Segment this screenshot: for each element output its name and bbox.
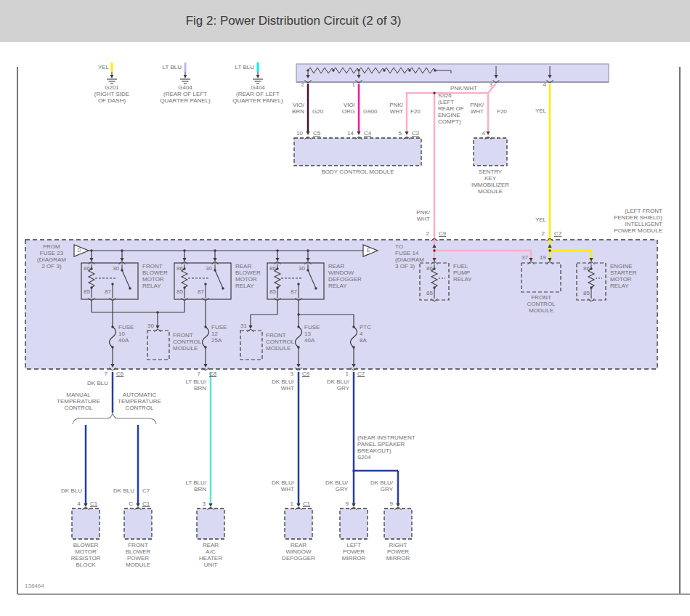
wire-color-label: VIO/ BRN	[283, 102, 304, 115]
connector-id-label: C8	[209, 370, 227, 377]
connector-id-label: C9	[302, 370, 320, 377]
pin-number-label: 7	[182, 370, 200, 377]
sentry-key-immobilizer-box	[474, 138, 507, 166]
wire-color-label: DK BLU/ GRY	[362, 479, 393, 493]
ground-symbol-g404-a	[180, 62, 190, 84]
wire-color-label: DK BLU/ GRY	[317, 479, 348, 493]
wire-color-label: YEL	[524, 216, 546, 223]
splice-label: (NEAR INSTRUMENT PANEL SPEAKER BREAKOUT)…	[357, 434, 420, 461]
temp-control-label: AUTOMATIC TEMPERATURE CONTROL	[105, 392, 174, 411]
component-name-label: FRONT CONTROL MODULE	[516, 294, 566, 314]
wire-color-label: LT BLU/ BRN	[176, 378, 206, 392]
relay-terminal-label: 86	[173, 265, 183, 272]
component-name-label: FRONT CONTROL MODULE	[173, 332, 214, 352]
top-power-module-box	[296, 64, 609, 82]
relay-terminal-label: 30	[109, 265, 119, 272]
relay-terminal-label: 86	[580, 265, 590, 272]
pin-number-label: 1	[345, 81, 355, 88]
body-control-module-box	[294, 138, 421, 166]
component-name-label: FUEL PUMP RELAY	[453, 263, 485, 283]
from-fuse-label: FROM FUSE 23 (DIAGRAM 2 OF 3)	[29, 243, 74, 270]
component-name-label: BLOWER MOTOR RESISTOR BLOCK	[57, 542, 114, 568]
circuit-id-label: F20	[497, 108, 519, 115]
circuit-id-label: F20	[410, 108, 432, 115]
connector-id-label: C4	[364, 130, 382, 137]
wire-color-label: PNK/ WHT	[407, 209, 430, 222]
connector-id-label: C7	[142, 487, 161, 494]
pin-number-label: 2	[411, 230, 429, 237]
wire-color-label: PNK/ WHT	[381, 102, 403, 115]
wire-color-label: DK BLU	[78, 380, 108, 386]
relay-terminal-label: 85	[266, 288, 276, 295]
to-fuse-label: TO FUSE 14 (DIAGRAM 3 OF 3)	[395, 243, 442, 270]
wire-color-label: YEL	[524, 108, 546, 114]
pin-number-label: 1	[330, 370, 349, 377]
component-boxes	[72, 508, 412, 539]
pin-number-label: 37	[518, 254, 528, 261]
relay-terminal-label: 85	[580, 290, 590, 296]
component-name-label: SENTRY KEY IMMOBILIZER MODULE	[457, 169, 524, 195]
front-control-module-lower-box-2	[240, 331, 262, 360]
component-name-label: REAR A/C HEATER UNIT	[182, 542, 239, 568]
component-name-label: BODY CONTROL MODULE	[294, 169, 421, 175]
component-name-label: (LEFT FRONT FENDER SHIELD) INTELLIGENT P…	[572, 208, 662, 234]
pin-number-label: 10	[285, 130, 303, 137]
wire-color-label: LT BLU/ BRN	[176, 479, 206, 493]
pin-number-label: 7	[89, 370, 107, 377]
component-name-label: FRONT CONTROL MODULE	[266, 332, 307, 352]
relay-terminal-label: 30	[295, 265, 305, 272]
pin-number-label: 1	[275, 500, 293, 507]
diagram-page: Fig 2: Power Distribution Circuit (2 of …	[0, 0, 690, 616]
relay-terminal-label: 85	[173, 288, 183, 295]
connector-id-label: C6	[116, 370, 134, 377]
connector-id-label: C1	[303, 500, 321, 507]
pin-number-label: 9	[330, 500, 349, 507]
relay-terminal-label: 86	[266, 265, 276, 272]
relay-terminal-label: 85	[423, 290, 433, 296]
wire-color-label: YEL	[65, 64, 109, 70]
fuse-label: FUSE 10 40A	[118, 324, 140, 344]
pin-number-label: 9	[375, 500, 393, 507]
pin-number-label: 31	[237, 323, 247, 329]
split-brace-icon	[73, 413, 156, 424]
ground-id-label: G404 (REAR OF LEFT QUARTER PANEL)	[218, 84, 298, 104]
wire-color-label: DK BLU/ GRY	[319, 378, 349, 392]
component-name-label: RIGHT POWER MIRROR	[370, 542, 426, 562]
connector-id-label: C7	[357, 370, 376, 377]
relay-terminal-label: 87	[287, 288, 297, 295]
wire-color-label: PNK/WHT	[450, 85, 487, 92]
connector-id-label: C1	[90, 500, 108, 507]
wire-color-label: DK BLU/ WHT	[264, 378, 294, 392]
pin-number-label: 30	[144, 323, 154, 329]
relay-terminal-label: 86	[423, 265, 433, 272]
relay-terminal-label: 86	[80, 265, 90, 272]
wire-color-label: PNK/ WHT	[462, 102, 484, 115]
temp-control-label: MANUAL TEMPERATURE CONTROL	[44, 392, 113, 411]
connector-id-label: C5	[313, 130, 331, 137]
relay-terminal-label: 87	[101, 288, 111, 295]
pin-number-label: 2	[294, 81, 304, 88]
connector-id-label: C2	[412, 130, 430, 137]
ground-symbol-g404-b	[253, 62, 263, 84]
wire-color-label: LT BLU	[138, 64, 182, 70]
wire-color-label: DK BLU/ WHT	[264, 479, 294, 493]
pin-number-label: 4	[536, 81, 546, 88]
pin-number-label: 3	[187, 500, 206, 507]
pin-number-label: 19	[536, 254, 546, 261]
pin-number-label: 3	[275, 370, 293, 377]
relay-terminal-label: 30	[202, 265, 212, 272]
pin-number-label: C	[115, 500, 133, 507]
pin-number-label: 4	[62, 500, 81, 507]
relay-terminal-label: 87	[194, 288, 204, 295]
component-name-label: ENGINE STARTER MOTOR RELAY	[610, 263, 651, 289]
tag-letter-label: E	[363, 248, 373, 254]
pin-number-label: 2	[527, 230, 545, 237]
front-control-module-lower-box-1	[147, 331, 169, 360]
pin-number-label: 4	[467, 130, 485, 137]
wire-color-label: DK BLU	[104, 487, 134, 494]
relay-terminal-label: 85	[80, 288, 90, 295]
ground-id-label: G404 (REAR OF LEFT QUARTER PANEL)	[145, 84, 225, 104]
connector-id-label: C1	[142, 500, 161, 507]
tag-letter-label: D	[74, 248, 84, 254]
ground-id-label: G201 (RIGHT SIDE OF DASH)	[72, 84, 152, 104]
